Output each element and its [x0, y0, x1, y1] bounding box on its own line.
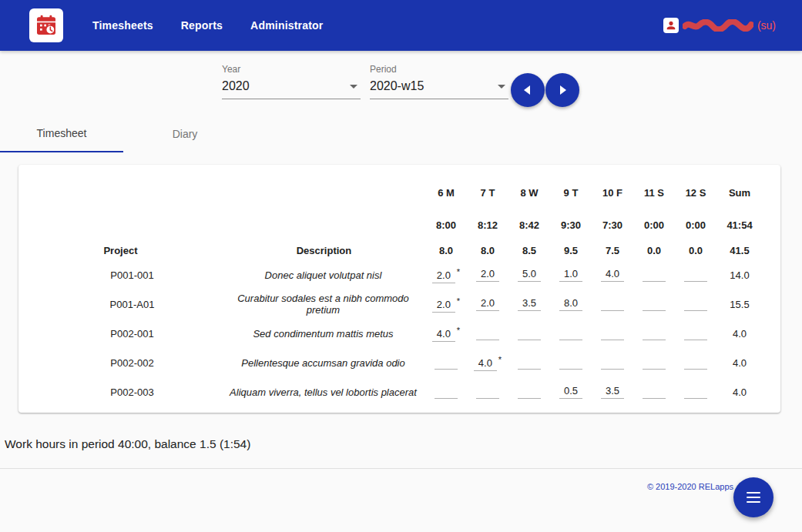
hours-input[interactable] [435, 356, 458, 370]
hours-input[interactable]: 0.5 [559, 385, 582, 399]
nav-administrator[interactable]: Administrator [250, 19, 323, 32]
hours-cell [467, 319, 508, 348]
tab-diary[interactable]: Diary [123, 115, 247, 152]
copyright-link[interactable]: © 2019-2020 RELapps [647, 482, 733, 491]
hours-cell [508, 319, 550, 348]
hours-input[interactable]: 2.0 [432, 299, 455, 313]
day-header: 10 F [592, 176, 633, 209]
hours-input[interactable]: 1.0 [559, 268, 582, 282]
hours-cell: 5.0 [508, 260, 550, 289]
hours-input[interactable] [601, 297, 624, 311]
hours-input[interactable] [684, 356, 707, 370]
hours-cell: 3.5 [592, 377, 633, 407]
tab-timesheet[interactable]: Timesheet [0, 115, 123, 152]
hours-input[interactable] [684, 385, 707, 399]
header-spacer [18, 209, 223, 240]
spacer [763, 377, 780, 407]
day-total-time: 0:00 [675, 209, 716, 240]
row-sum: 14.0 [716, 260, 763, 289]
hours-input[interactable] [476, 385, 499, 399]
app-bar: Timesheets Reports Administrator (su) [0, 0, 802, 51]
spacer [763, 319, 780, 348]
hours-input[interactable] [559, 326, 582, 340]
menu-fab[interactable] [733, 477, 773, 517]
day-total-time: 7:30 [592, 209, 633, 240]
hours-input[interactable] [643, 385, 666, 399]
project-description: Pellentesque accumsan gravida odio [223, 348, 425, 377]
project-description: Sed condimentum mattis metus [223, 319, 425, 348]
hours-input[interactable] [559, 356, 582, 370]
hours-input[interactable]: 8.0 [559, 297, 582, 311]
note-asterisk: * [457, 296, 460, 306]
user-menu[interactable]: (su) [663, 18, 802, 33]
nav-timesheets[interactable]: Timesheets [92, 19, 153, 32]
day-total-time: 0:00 [633, 209, 675, 240]
hours-input[interactable]: 3.5 [601, 385, 624, 399]
hours-input[interactable] [643, 356, 666, 370]
hours-input[interactable] [601, 356, 624, 370]
hours-input[interactable]: 4.0 [432, 328, 455, 342]
period-select[interactable]: Period 2020-w15 [370, 64, 508, 99]
hours-input[interactable] [518, 326, 541, 340]
spacer [763, 348, 780, 377]
hours-cell [550, 319, 592, 348]
hours-cell: 1.0 [550, 260, 592, 289]
description-column-header: Description [223, 240, 425, 260]
hours-input[interactable] [435, 385, 458, 399]
project-code: P002-003 [18, 377, 223, 407]
row-sum: 4.0 [716, 377, 763, 407]
period-select-label: Period [370, 64, 508, 75]
hours-input[interactable]: 4.0 [474, 357, 497, 371]
timesheet-row: P002-001Sed condimentum mattis metus4.0*… [18, 319, 780, 348]
page: Timesheets Reports Administrator (su) Ye… [0, 0, 802, 532]
hours-cell: 2.0 [467, 289, 508, 319]
year-select-value: 2020 [222, 79, 250, 93]
hours-input[interactable] [684, 268, 707, 282]
year-select[interactable]: Year 2020 [222, 64, 361, 99]
person-icon [663, 18, 679, 33]
sum-header: Sum [716, 176, 763, 209]
hours-input[interactable] [476, 326, 499, 340]
project-code: P001-A01 [18, 289, 223, 319]
day-header: 12 S [675, 176, 716, 209]
project-code: P002-002 [18, 348, 223, 377]
hours-cell [592, 289, 633, 319]
day-total-hours: 0.0 [633, 240, 675, 260]
hours-cell: 4.0* [467, 348, 508, 377]
project-description: Donec aliquet volutpat nisl [223, 260, 425, 289]
hours-input[interactable] [684, 326, 707, 340]
hours-cell [633, 289, 675, 319]
row-sum: 15.5 [716, 289, 763, 319]
hours-input[interactable]: 3.5 [518, 297, 541, 311]
caret-down-icon [498, 85, 505, 89]
next-period-button[interactable] [545, 73, 579, 107]
timesheet-row: P002-003Aliquam viverra, tellus vel lobo… [18, 377, 780, 407]
hours-input[interactable]: 4.0 [601, 268, 624, 282]
hours-input[interactable] [518, 385, 541, 399]
hours-input[interactable] [643, 268, 666, 282]
previous-period-button[interactable] [511, 73, 545, 107]
hours-input[interactable] [643, 297, 666, 311]
hours-input[interactable] [643, 326, 666, 340]
hours-input[interactable]: 2.0 [432, 269, 455, 283]
app-logo[interactable] [29, 8, 63, 42]
hours-input[interactable]: 5.0 [518, 268, 541, 282]
hours-input[interactable] [601, 326, 624, 340]
hours-input[interactable] [518, 356, 541, 370]
project-description: Aliquam viverra, tellus vel lobortis pla… [223, 377, 425, 407]
hours-cell [675, 377, 716, 407]
header-spacer [223, 209, 425, 240]
hours-cell [592, 348, 633, 377]
spacer [763, 209, 780, 240]
spacer [763, 289, 780, 319]
tab-bar: Timesheet Diary [0, 115, 247, 152]
day-header: 9 T [550, 176, 592, 209]
hours-input[interactable]: 2.0 [476, 268, 499, 282]
menu-icon [747, 490, 760, 504]
day-total-hours: 0.0 [675, 240, 716, 260]
day-header: 6 M [425, 176, 467, 209]
hours-input[interactable] [684, 297, 707, 311]
nav-reports[interactable]: Reports [181, 19, 223, 32]
hours-input[interactable]: 2.0 [476, 297, 499, 311]
day-total-hours: 8.0 [467, 240, 508, 260]
